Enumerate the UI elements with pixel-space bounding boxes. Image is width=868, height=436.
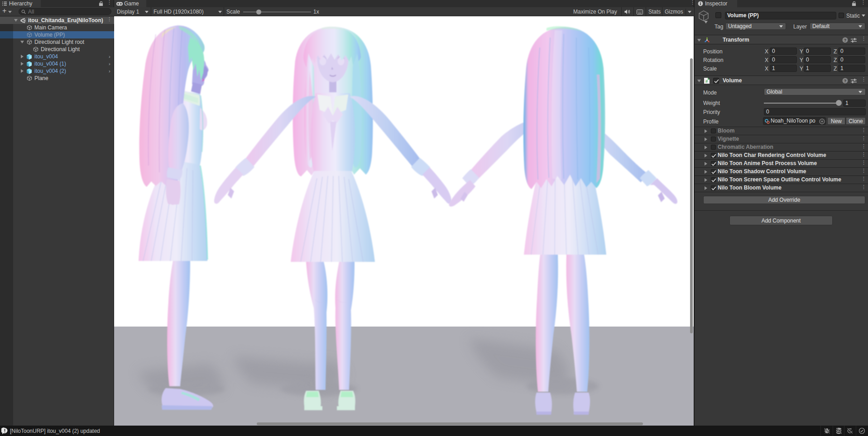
svg-text:?: ? xyxy=(844,79,847,83)
svg-text:?: ? xyxy=(844,38,847,43)
svg-text:#: # xyxy=(705,79,708,84)
